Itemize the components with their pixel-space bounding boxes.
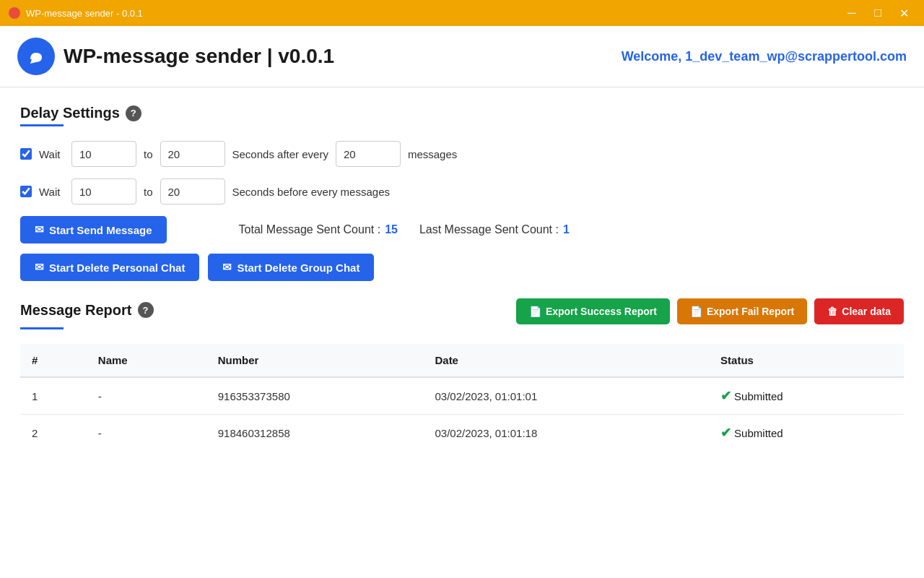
message-report-title: Message Report xyxy=(20,302,132,319)
start-delete-personal-chat-button[interactable]: ✉ Start Delete Personal Chat xyxy=(20,254,199,281)
delete-personal-icon: ✉ xyxy=(35,261,44,274)
app-header: WP-message sender | v0.0.1 Welcome, 1_de… xyxy=(0,26,924,87)
delete-buttons-row: ✉ Start Delete Personal Chat ✉ Start Del… xyxy=(20,254,904,281)
message-report-header: Message Report ? xyxy=(20,302,154,319)
delay-row2-suffix: Seconds before every messages xyxy=(232,186,390,198)
main-content: Delay Settings ? Wait to Seconds after e… xyxy=(0,87,924,578)
close-button[interactable]: ✕ xyxy=(892,4,915,22)
last-message-count-block: Last Message Sent Count : 1 xyxy=(419,223,570,236)
title-bar-title: WP-message sender - 0.0.1 xyxy=(26,8,143,19)
delay-row1-messages-input[interactable] xyxy=(336,141,401,167)
table-cell-number: 916353373580 xyxy=(206,377,424,415)
table-cell-name: - xyxy=(87,415,206,452)
delay-row2-to-text: to xyxy=(144,186,153,198)
maximize-button[interactable]: □ xyxy=(866,4,889,22)
status-check-icon: ✔ xyxy=(720,425,731,441)
delay-row1-label: Wait xyxy=(39,148,64,160)
minimize-button[interactable]: ─ xyxy=(840,4,863,22)
delay-row-2: Wait to Seconds before every messages xyxy=(20,178,904,204)
table-header-date: Date xyxy=(423,344,709,377)
delay-row1-to-input[interactable] xyxy=(160,141,225,167)
table-header-status: Status xyxy=(709,344,904,377)
total-message-count-block: Total Message Sent Count : 15 xyxy=(239,223,398,236)
table-header-id: # xyxy=(20,344,87,377)
app-logo-area: WP-message sender | v0.0.1 xyxy=(17,38,334,75)
delay-settings-header: Delay Settings ? xyxy=(20,105,904,121)
start-delete-personal-chat-label: Start Delete Personal Chat xyxy=(49,262,185,274)
delay-settings-underline xyxy=(20,124,64,126)
app-welcome: Welcome, 1_dev_team_wp@scrappertool.com xyxy=(622,49,907,64)
delay-row-1: Wait to Seconds after every messages xyxy=(20,141,904,167)
delay-row1-from-input[interactable] xyxy=(71,141,136,167)
table-row: 1 - 916353373580 03/02/2023, 01:01:01 ✔ … xyxy=(20,377,904,415)
total-message-count-label: Total Message Sent Count : xyxy=(239,223,381,236)
table-cell-status: ✔ Submitted xyxy=(709,415,904,452)
total-message-count-value: 15 xyxy=(385,223,398,236)
table-cell-status: ✔ Submitted xyxy=(709,377,904,415)
export-success-label: Export Success Report xyxy=(546,306,657,317)
delete-group-icon: ✉ xyxy=(222,261,232,274)
start-delete-group-chat-label: Start Delete Group Chat xyxy=(237,262,359,274)
title-bar: WP-message sender - 0.0.1 ─ □ ✕ xyxy=(0,0,924,26)
last-message-count-label: Last Message Sent Count : xyxy=(419,223,559,236)
delay-row2-from-input[interactable] xyxy=(71,178,136,204)
export-fail-label: Export Fail Report xyxy=(707,306,794,317)
delay-row1-to-text: to xyxy=(144,148,153,160)
table-cell-id: 2 xyxy=(20,415,87,452)
delay-row2-label: Wait xyxy=(39,186,64,198)
stats-area: Total Message Sent Count : 15 Last Messa… xyxy=(239,223,570,236)
delay-row2-checkbox[interactable] xyxy=(20,186,32,197)
delay-row1-checkbox[interactable] xyxy=(20,148,32,160)
status-text: Submitted xyxy=(734,390,783,402)
delay-settings-help-icon[interactable]: ? xyxy=(126,105,141,121)
table-cell-id: 1 xyxy=(20,377,87,415)
table-header-number: Number xyxy=(206,344,424,377)
status-check-icon: ✔ xyxy=(720,388,731,404)
table-header-row: # Name Number Date Status xyxy=(20,344,904,377)
message-report-header-row: Message Report ? 📄 Export Success Report… xyxy=(20,298,904,324)
start-delete-group-chat-button[interactable]: ✉ Start Delete Group Chat xyxy=(208,254,374,281)
message-report-help-icon[interactable]: ? xyxy=(138,302,154,318)
clear-data-button[interactable]: 🗑 Clear data xyxy=(814,298,904,324)
clear-data-label: Clear data xyxy=(842,306,891,317)
table-cell-date: 03/02/2023, 01:01:01 xyxy=(423,377,709,415)
clear-data-icon: 🗑 xyxy=(827,306,837,317)
delay-settings-title: Delay Settings xyxy=(20,105,120,121)
table-cell-number: 918460312858 xyxy=(206,415,424,452)
app-title: WP-message sender | v0.0.1 xyxy=(64,45,334,68)
table-header-name: Name xyxy=(87,344,206,377)
delay-row2-to-input[interactable] xyxy=(160,178,225,204)
table-row: 2 - 918460312858 03/02/2023, 01:01:18 ✔ … xyxy=(20,415,904,452)
send-icon: ✉ xyxy=(35,223,44,236)
last-message-count-value: 1 xyxy=(563,223,570,236)
window-icon xyxy=(9,7,20,19)
delay-row1-suffix: Seconds after every xyxy=(232,148,328,160)
app-logo-icon xyxy=(17,38,55,75)
table-cell-name: - xyxy=(87,377,206,415)
title-bar-left: WP-message sender - 0.0.1 xyxy=(9,7,143,19)
message-report-underline xyxy=(20,327,64,329)
start-send-message-label: Start Send Message xyxy=(49,224,152,236)
delay-row1-messages-suffix: messages xyxy=(408,148,457,160)
export-fail-report-button[interactable]: 📄 Export Fail Report xyxy=(677,298,807,324)
export-success-report-button[interactable]: 📄 Export Success Report xyxy=(516,298,670,324)
start-send-message-button[interactable]: ✉ Start Send Message xyxy=(20,216,167,243)
export-fail-icon: 📄 xyxy=(690,306,702,317)
table-cell-date: 03/02/2023, 01:01:18 xyxy=(423,415,709,452)
report-table: # Name Number Date Status 1 - 9163533735… xyxy=(20,344,904,451)
report-buttons: 📄 Export Success Report 📄 Export Fail Re… xyxy=(516,298,904,324)
title-bar-controls: ─ □ ✕ xyxy=(840,4,915,22)
export-success-icon: 📄 xyxy=(529,306,541,317)
status-text: Submitted xyxy=(734,427,783,439)
